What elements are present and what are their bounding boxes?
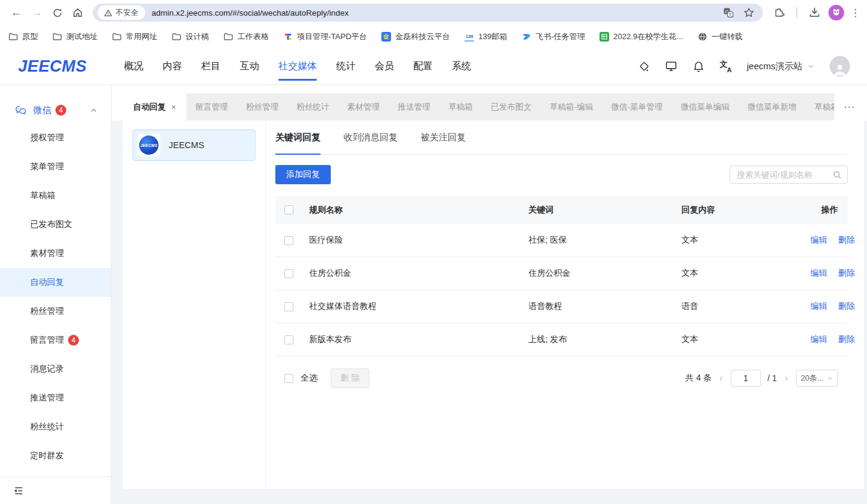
nav-config[interactable]: 配置 bbox=[413, 48, 433, 85]
edit-link[interactable]: 编辑 bbox=[810, 235, 827, 244]
search-box[interactable] bbox=[730, 166, 848, 184]
main-panel: JEECMS JEECMS 关键词回复 收到消息回复 被关注回复 添加回复 bbox=[123, 120, 864, 489]
more-tabs-button[interactable]: ··· bbox=[834, 93, 865, 120]
tab-received-reply[interactable]: 收到消息回复 bbox=[343, 120, 398, 154]
bookmark-item[interactable]: 工作表格 bbox=[224, 31, 269, 42]
tab-message-mgmt[interactable]: 留言管理 bbox=[186, 93, 237, 120]
sidebar-item-auth[interactable]: 授权管理 bbox=[0, 123, 111, 152]
select-all-label: 全选 bbox=[301, 373, 318, 384]
tab-auto-reply[interactable]: 自动回复 × bbox=[123, 93, 186, 120]
tab-push[interactable]: 推送管理 bbox=[389, 93, 439, 120]
downloads-button[interactable] bbox=[804, 2, 825, 23]
sidebar-item-published[interactable]: 已发布图文 bbox=[0, 210, 111, 239]
browser-menu-button[interactable]: ⋮ bbox=[848, 7, 863, 19]
search-icon[interactable] bbox=[833, 170, 842, 179]
tab-draft-add[interactable]: 草稿箱-新增 bbox=[806, 93, 834, 120]
collapse-sidebar-icon[interactable] bbox=[13, 485, 24, 496]
tab-wechat-menu[interactable]: 微信-菜单管理 bbox=[602, 93, 672, 120]
sidebar-item-messages[interactable]: 留言管理 4 bbox=[0, 326, 111, 355]
edit-link[interactable]: 编辑 bbox=[810, 334, 827, 344]
delete-link[interactable]: 删除 bbox=[838, 334, 855, 344]
sidebar-item-menu[interactable]: 菜单管理 bbox=[0, 152, 111, 181]
language-switch-button[interactable]: 文 A bbox=[719, 60, 731, 72]
sidebar-item-records[interactable]: 消息记录 bbox=[0, 355, 111, 384]
bookmark-item[interactable]: 测试地址 bbox=[52, 31, 98, 42]
security-chip[interactable]: 不安全 bbox=[98, 5, 145, 20]
browser-back-button[interactable]: ← bbox=[6, 2, 27, 23]
notifications-button[interactable] bbox=[692, 60, 704, 72]
browser-refresh-button[interactable] bbox=[47, 2, 67, 23]
sidebar-item-material[interactable]: 素材管理 bbox=[0, 239, 111, 268]
wechat-account-card[interactable]: JEECMS JEECMS bbox=[133, 129, 255, 161]
tab-menu-edit[interactable]: 微信菜单编辑 bbox=[672, 93, 739, 120]
tab-menu-add[interactable]: 微信菜单新增 bbox=[739, 93, 806, 120]
nav-social-media[interactable]: 社交媒体 bbox=[278, 48, 317, 85]
url-bar[interactable]: 不安全 admin.x2.jeecms.com/#/social/wechat/… bbox=[93, 4, 763, 22]
edit-link[interactable]: 编辑 bbox=[810, 268, 827, 278]
tab-keyword-reply[interactable]: 关键词回复 bbox=[275, 120, 321, 154]
row-checkbox[interactable] bbox=[284, 236, 293, 245]
bookmark-item[interactable]: 常用网址 bbox=[112, 31, 157, 42]
select-all-checkbox[interactable] bbox=[284, 374, 293, 383]
edit-link[interactable]: 编辑 bbox=[810, 301, 827, 311]
tab-followed-reply[interactable]: 被关注回复 bbox=[421, 120, 466, 154]
sidebar-group-wechat[interactable]: 微信 4 bbox=[0, 97, 111, 123]
nav-content[interactable]: 内容 bbox=[163, 48, 182, 85]
bookmark-item[interactable]: 设计稿 bbox=[172, 31, 209, 42]
row-checkbox[interactable] bbox=[284, 302, 293, 311]
delete-link[interactable]: 删除 bbox=[838, 268, 855, 278]
bookmark-item[interactable]: 项目管理-TAPD平台 bbox=[283, 31, 367, 42]
browser-forward-button[interactable]: → bbox=[27, 2, 47, 23]
sidebar-item-scheduled[interactable]: 定时群发 bbox=[0, 441, 111, 470]
sidebar-item-auto-reply[interactable]: 自动回复 bbox=[0, 268, 111, 297]
batch-delete-button[interactable]: 删 除 bbox=[331, 369, 369, 388]
sidebar-item-fans[interactable]: 粉丝管理 bbox=[0, 297, 111, 326]
site-preview-button[interactable] bbox=[665, 60, 677, 72]
bookmark-item[interactable]: 飞书-任务管理 bbox=[522, 31, 585, 42]
bookmark-item[interactable]: 原型 bbox=[8, 31, 38, 42]
translate-icon[interactable]: G文 bbox=[723, 7, 734, 18]
bookmark-item[interactable]: 139 139邮箱 bbox=[465, 31, 507, 42]
site-selector[interactable]: jeecms演示站 bbox=[746, 61, 815, 72]
search-input[interactable] bbox=[737, 170, 833, 179]
bookmark-label: 一键转载 bbox=[712, 31, 743, 42]
add-reply-button[interactable]: 添加回复 bbox=[275, 165, 331, 184]
nav-channel[interactable]: 栏目 bbox=[201, 48, 221, 85]
bookmark-item[interactable]: 金 金磊科技云平台 bbox=[381, 31, 450, 42]
bookmark-item[interactable]: 一键转载 bbox=[698, 31, 743, 42]
sidebar-item-drafts[interactable]: 草稿箱 bbox=[0, 181, 111, 210]
extensions-button[interactable] bbox=[769, 2, 789, 23]
tab-draft-edit[interactable]: 草稿箱-编辑 bbox=[540, 93, 602, 120]
spacer bbox=[111, 85, 867, 93]
delete-link[interactable]: 删除 bbox=[838, 235, 855, 244]
browser-profile-avatar[interactable] bbox=[828, 5, 844, 20]
nav-members[interactable]: 会员 bbox=[375, 48, 394, 85]
nav-system[interactable]: 系统 bbox=[452, 48, 471, 85]
sidebar-item-push[interactable]: 推送管理 bbox=[0, 384, 111, 412]
user-avatar[interactable] bbox=[830, 56, 850, 76]
prev-page-button[interactable]: ‹ bbox=[718, 372, 724, 384]
row-checkbox[interactable] bbox=[284, 335, 293, 344]
bookmark-star-icon[interactable] bbox=[743, 7, 754, 18]
page-input[interactable] bbox=[731, 370, 761, 387]
close-icon[interactable]: × bbox=[171, 102, 176, 112]
nav-interact[interactable]: 互动 bbox=[240, 48, 259, 85]
bookmark-item[interactable]: 2022.9在校学生花... bbox=[599, 31, 683, 42]
cell-rule-name: 医疗保险 bbox=[309, 235, 528, 246]
site-name: jeecms演示站 bbox=[746, 61, 803, 72]
nav-statistics[interactable]: 统计 bbox=[336, 48, 355, 85]
tab-drafts[interactable]: 草稿箱 bbox=[439, 93, 482, 120]
tab-material[interactable]: 素材管理 bbox=[338, 93, 389, 120]
tab-fan-stats[interactable]: 粉丝统计 bbox=[287, 93, 338, 120]
tab-published[interactable]: 已发布图文 bbox=[482, 93, 541, 120]
sidebar-item-fan-stats[interactable]: 粉丝统计 bbox=[0, 412, 111, 441]
tab-fans-mgmt[interactable]: 粉丝管理 bbox=[237, 93, 287, 120]
clean-cache-button[interactable] bbox=[638, 60, 650, 72]
row-checkbox[interactable] bbox=[284, 269, 293, 278]
browser-home-button[interactable] bbox=[67, 2, 88, 23]
select-all-header-checkbox[interactable] bbox=[284, 205, 293, 214]
nav-overview[interactable]: 概况 bbox=[124, 48, 143, 85]
delete-link[interactable]: 删除 bbox=[838, 301, 855, 311]
page-size-select[interactable]: 20条... bbox=[796, 370, 838, 387]
next-page-button[interactable]: › bbox=[783, 372, 789, 384]
